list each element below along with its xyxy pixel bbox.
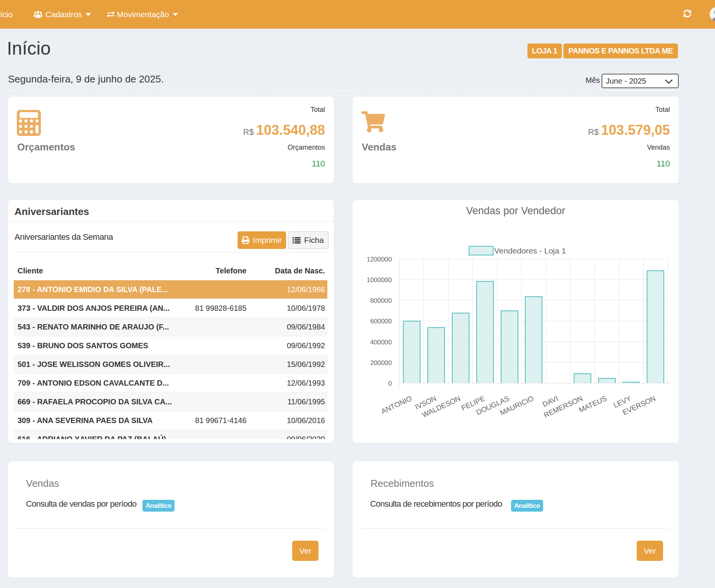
svg-text:1000000: 1000000	[367, 276, 392, 284]
svg-text:MATEUS: MATEUS	[578, 394, 608, 414]
svg-text:600000: 600000	[370, 318, 392, 325]
svg-text:Vendas por Vendedor: Vendas por Vendedor	[466, 205, 565, 216]
svg-text:200000: 200000	[370, 359, 392, 367]
svg-text:0: 0	[388, 380, 392, 387]
svg-text:Vendedores - Loja 1: Vendedores - Loja 1	[494, 246, 566, 255]
svg-text:400000: 400000	[370, 339, 392, 346]
svg-text:1200000: 1200000	[367, 256, 392, 263]
svg-text:ANTONIO: ANTONIO	[380, 394, 413, 415]
svg-text:800000: 800000	[370, 297, 392, 304]
